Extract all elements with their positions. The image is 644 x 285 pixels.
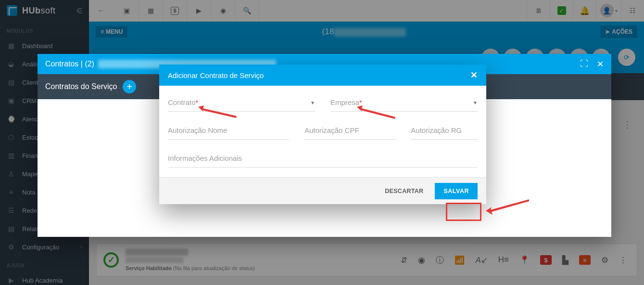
dropdown-icon[interactable]: ▼ xyxy=(310,100,315,105)
close-icon[interactable]: ✕ xyxy=(597,59,604,69)
field-auth-nome[interactable]: Autorização Nome xyxy=(168,126,289,140)
auth-nome-input[interactable] xyxy=(168,126,289,140)
empresa-input[interactable] xyxy=(330,98,478,112)
info-input[interactable] xyxy=(168,154,478,168)
field-contrato[interactable]: Contrato* ▼ xyxy=(168,98,315,112)
dropdown-icon[interactable]: ▼ xyxy=(473,100,478,105)
close-icon[interactable]: ✕ xyxy=(470,70,478,80)
dialog-add-contract: Adicionar Contrato de Serviço ✕ Contrato… xyxy=(159,65,486,204)
dialog-add-title: Adicionar Contrato de Serviço xyxy=(168,71,264,79)
field-auth-cpf[interactable]: Autorização CPF xyxy=(304,126,395,140)
auth-cpf-input[interactable] xyxy=(304,126,395,140)
add-contract-button[interactable]: + xyxy=(123,80,136,93)
field-auth-rg[interactable]: Autorização RG xyxy=(411,126,478,140)
field-empresa[interactable]: Empresa* ▼ xyxy=(330,98,478,112)
fullscreen-icon[interactable]: ⛶ xyxy=(580,59,588,69)
dialog-contracts-subtitle: Contratos do Serviço xyxy=(45,82,117,91)
auth-rg-input[interactable] xyxy=(411,126,478,140)
discard-button[interactable]: DESCARTAR xyxy=(379,184,429,198)
field-info[interactable]: Informações Adicionais xyxy=(168,154,478,168)
contrato-input[interactable] xyxy=(168,98,315,112)
save-button[interactable]: SALVAR xyxy=(435,183,478,199)
